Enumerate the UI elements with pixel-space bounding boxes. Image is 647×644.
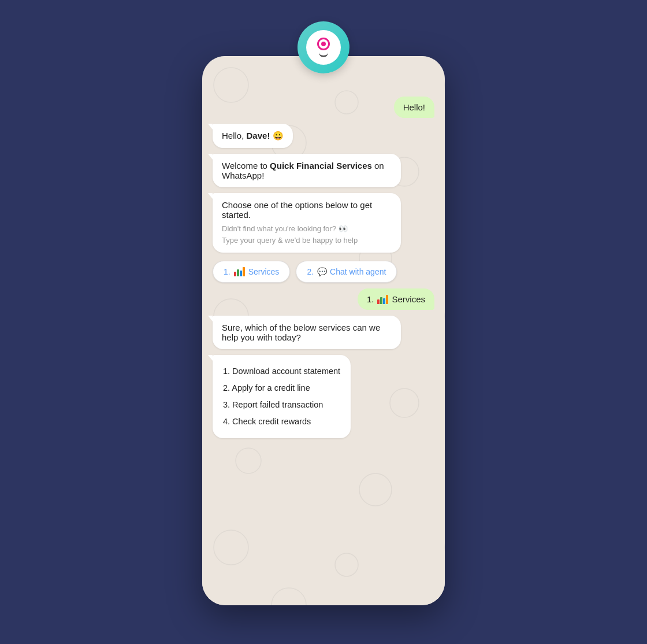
user-reply-num: 1.: [367, 294, 374, 304]
incoming-services-intro-text: Sure, which of the below services can we…: [222, 323, 380, 342]
list-item-2: 2. Apply for a credit line: [223, 380, 340, 397]
incoming-options-bubble: Choose one of the options below to get s…: [213, 193, 401, 253]
chat-agent-button[interactable]: 2. 💬 Chat with agent: [296, 261, 397, 283]
user-reply-label: Services: [392, 294, 425, 304]
bot-avatar: [298, 21, 349, 73]
incoming-services-list-bubble: 1. Download account statement 2. Apply f…: [213, 355, 351, 438]
services-btn-num: 1.: [224, 267, 230, 276]
bot-smile-icon: [319, 53, 328, 57]
list-item-4: 4. Check credit rewards: [223, 413, 340, 430]
services-bar-icon: [234, 267, 245, 276]
incoming-greeting-bubble: Hello, Dave! 😀: [213, 124, 293, 148]
user-reply-bar-icon: [377, 295, 388, 304]
incoming-options-subtext: Didn't find what you're looking for? 👀 T…: [222, 223, 392, 246]
services-btn-label: Services: [248, 267, 280, 276]
user-services-reply-bubble: 1. Services: [358, 288, 434, 310]
outgoing-hello-bubble: Hello!: [394, 97, 434, 118]
services-button[interactable]: 1. Services: [213, 261, 290, 283]
option-buttons-row: 1. Services 2. 💬 Chat with agent: [213, 261, 434, 283]
chat-agent-btn-num: 2.: [307, 267, 314, 276]
list-item-3: 3. Report failed transaction: [223, 397, 340, 413]
outgoing-hello-text: Hello!: [403, 102, 425, 112]
incoming-greeting-text: Hello, Dave! 😀: [222, 131, 284, 140]
bot-eye-icon: [317, 38, 330, 50]
list-item-1: 1. Download account statement: [223, 363, 340, 380]
incoming-options-main: Choose one of the options below to get s…: [222, 200, 392, 220]
incoming-welcome-text: Welcome to Quick Financial Services on W…: [222, 161, 384, 180]
chat-scroll[interactable]: Hello! Hello, Dave! 😀 Welcome to Quick F…: [202, 56, 445, 605]
phone-mockup: Hello! Hello, Dave! 😀 Welcome to Quick F…: [202, 39, 445, 605]
chat-agent-btn-label: Chat with agent: [330, 267, 386, 276]
phone-body: Hello! Hello, Dave! 😀 Welcome to Quick F…: [202, 56, 445, 605]
speech-bubble-icon: 💬: [317, 267, 326, 276]
incoming-welcome-bubble: Welcome to Quick Financial Services on W…: [213, 154, 401, 187]
incoming-services-intro-bubble: Sure, which of the below services can we…: [213, 316, 401, 349]
